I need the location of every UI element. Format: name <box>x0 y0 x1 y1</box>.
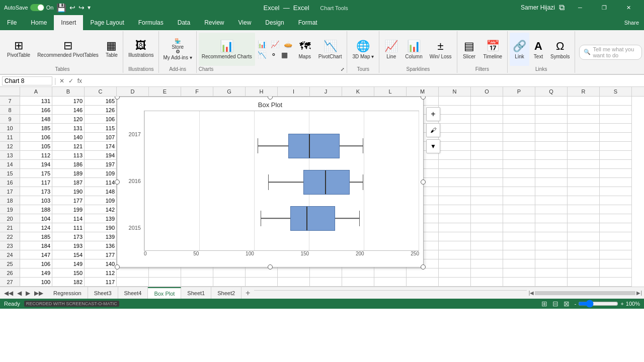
autosave-toggle[interactable] <box>30 4 44 11</box>
cell-14-P[interactable] <box>503 160 535 169</box>
ribbon-tab-review[interactable]: Review <box>197 15 231 30</box>
cell-16-N[interactable] <box>439 178 471 187</box>
col-header-I[interactable]: I <box>278 87 310 96</box>
text-button[interactable]: A Text <box>530 33 546 66</box>
cell-18-B[interactable]: 177 <box>52 196 85 205</box>
cell-26-I[interactable] <box>278 268 310 278</box>
cell-7-S[interactable] <box>600 97 632 106</box>
col-chart-button[interactable]: 📊 <box>256 39 268 49</box>
cell-12-R[interactable] <box>568 142 600 151</box>
sheet-nav-last[interactable]: ▶▶ <box>32 289 45 298</box>
cell-24-R[interactable] <box>568 250 600 259</box>
chart-container[interactable]: Box Plot 2017 2016 2015 <box>117 97 424 267</box>
cell-13-Q[interactable] <box>535 151 568 160</box>
column-sparkline-button[interactable]: 📊 Column <box>402 33 425 66</box>
charts-expand-icon[interactable]: ⤢ <box>341 67 345 72</box>
cell-17-P[interactable] <box>503 187 535 196</box>
illustrations-button[interactable]: 🖼 Illustrations <box>125 33 157 66</box>
cell-15-B[interactable]: 189 <box>52 169 85 178</box>
cell-16-O[interactable] <box>471 178 503 187</box>
maximize-button[interactable]: ❐ <box>593 0 616 15</box>
minimize-button[interactable]: ─ <box>569 0 592 15</box>
cell-26-B[interactable]: 150 <box>52 268 85 278</box>
cell-14-C[interactable]: 197 <box>85 160 117 169</box>
cell-11-S[interactable] <box>600 133 632 142</box>
cell-26-L[interactable] <box>374 268 407 278</box>
col-header-C[interactable]: C <box>85 87 117 96</box>
cell-20-R[interactable] <box>568 214 600 223</box>
chart-add-element-button[interactable]: + <box>426 107 440 121</box>
cell-7-P[interactable] <box>503 97 535 106</box>
recommended-pivot-tables-button[interactable]: ⊟ Recommended PivotTables <box>34 33 102 66</box>
cell-26-G[interactable] <box>213 268 246 278</box>
cell-12-B[interactable]: 121 <box>52 142 85 151</box>
cell-8-N[interactable] <box>439 106 471 115</box>
tell-me-input[interactable]: 🔍 Tell me what you want to do <box>579 45 642 60</box>
ribbon-tab-format[interactable]: Format <box>291 15 325 30</box>
cell-25-P[interactable] <box>503 259 535 268</box>
cell-7-C[interactable]: 165 <box>85 97 117 106</box>
cell-15-O[interactable] <box>471 169 503 178</box>
cell-8-O[interactable] <box>471 106 503 115</box>
handle-bm[interactable] <box>268 264 273 269</box>
cell-9-C[interactable]: 106 <box>85 115 117 124</box>
cell-20-O[interactable] <box>471 214 503 223</box>
cell-19-B[interactable]: 199 <box>52 205 85 214</box>
cell-13-O[interactable] <box>471 151 503 160</box>
cell-20-C[interactable]: 139 <box>85 214 117 223</box>
cell-13-S[interactable] <box>600 151 632 160</box>
col-header-S[interactable]: S <box>600 87 632 96</box>
cell-7-Q[interactable] <box>535 97 568 106</box>
cell-27-I[interactable] <box>278 278 310 287</box>
cell-18-P[interactable] <box>503 196 535 205</box>
cell-19-S[interactable] <box>600 205 632 214</box>
cell-27-S[interactable] <box>600 278 632 287</box>
cell-16-B[interactable]: 187 <box>52 178 85 187</box>
col-header-O[interactable]: O <box>471 87 503 96</box>
add-sheet-button[interactable]: + <box>242 289 254 298</box>
store-button[interactable]: 🏪 Store <box>161 39 194 49</box>
cell-16-C[interactable]: 114 <box>85 178 117 187</box>
cell-21-A[interactable]: 124 <box>20 223 52 232</box>
handle-bl[interactable] <box>115 264 120 269</box>
line-chart-button[interactable]: 📈 <box>269 39 281 49</box>
cell-22-A[interactable]: 185 <box>20 232 52 241</box>
cell-9-O[interactable] <box>471 115 503 124</box>
sheet-tab-sheet2[interactable]: Sheet2 <box>211 287 242 299</box>
cell-25-A[interactable]: 106 <box>20 259 52 268</box>
cell-14-Q[interactable] <box>535 160 568 169</box>
cell-21-C[interactable]: 190 <box>85 223 117 232</box>
other-chart-button[interactable]: ▦ <box>279 50 290 60</box>
scatter-chart-button[interactable]: ⚬ <box>269 50 279 60</box>
cell-10-C[interactable]: 115 <box>85 124 117 133</box>
cell-7-N[interactable] <box>439 97 471 106</box>
cell-19-Q[interactable] <box>535 205 568 214</box>
redo-icon[interactable]: ↪ <box>78 4 85 12</box>
cell-11-A[interactable]: 106 <box>20 133 52 142</box>
winloss-sparkline-button[interactable]: ± Win/ Loss <box>427 33 455 66</box>
pivot-table-button[interactable]: ⊞ PivotTable <box>4 33 33 66</box>
cell-15-A[interactable]: 175 <box>20 169 52 178</box>
cell-27-E[interactable] <box>149 278 181 287</box>
cell-23-C[interactable]: 136 <box>85 241 117 250</box>
cell-21-P[interactable] <box>503 223 535 232</box>
cell-27-D[interactable] <box>117 278 149 287</box>
ribbon-tab-page-layout[interactable]: Page Layout <box>83 15 131 30</box>
col-header-P[interactable]: P <box>503 87 535 96</box>
cell-9-B[interactable]: 120 <box>52 115 85 124</box>
cell-24-B[interactable]: 154 <box>52 250 85 259</box>
col-header-A[interactable]: A <box>20 87 52 96</box>
recommended-charts-button[interactable]: 📊 Recommended Charts <box>199 33 255 66</box>
col-header-E[interactable]: E <box>149 87 181 96</box>
cell-10-B[interactable]: 131 <box>52 124 85 133</box>
confirm-formula-icon[interactable]: ✓ <box>67 76 74 85</box>
symbols-button[interactable]: Ω Symbols <box>547 33 573 66</box>
cell-23-Q[interactable] <box>535 241 568 250</box>
customize-icon[interactable]: ▾ <box>88 4 91 11</box>
col-header-N[interactable]: N <box>439 87 471 96</box>
cell-12-N[interactable] <box>439 142 471 151</box>
cell-8-P[interactable] <box>503 106 535 115</box>
cell-10-N[interactable] <box>439 124 471 133</box>
maps-button[interactable]: 🗺 Maps <box>295 33 315 66</box>
cell-18-A[interactable]: 103 <box>20 196 52 205</box>
